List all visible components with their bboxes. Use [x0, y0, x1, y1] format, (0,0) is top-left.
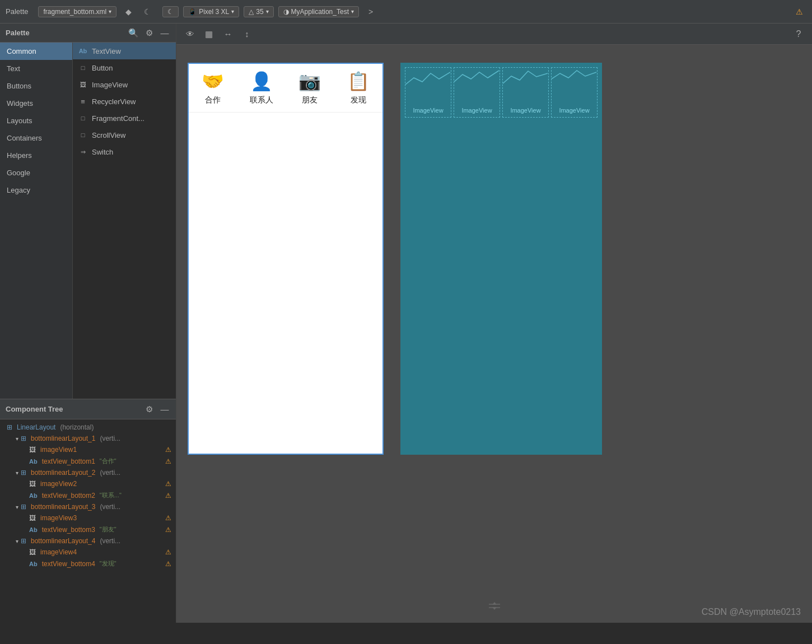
bottomlinear3-chevron: ▾: [16, 504, 18, 510]
widget-label-textview: TextView: [92, 47, 121, 55]
nav-item-pengyou[interactable]: 📷 朋友: [286, 64, 334, 112]
tree-imageview1[interactable]: 🖼 imageView1 ⚠: [0, 444, 176, 455]
device-chevron-icon: ▾: [231, 8, 234, 15]
file-chevron-icon: ▾: [109, 8, 111, 15]
widget-list: Ab TextView □ Button 🖼 ImageView ≡ Recyc…: [73, 43, 176, 399]
locale-icon[interactable]: ☾: [140, 4, 155, 19]
palette-title: Palette: [6, 29, 123, 37]
sidebar-item-text[interactable]: Text: [0, 60, 72, 77]
palette-panel: Palette 🔍 ⚙ — Common Text Buttons Widget…: [0, 24, 176, 623]
sidebar-item-legacy[interactable]: Legacy: [0, 181, 72, 199]
tree-bottomlinear4[interactable]: ▾ ⊞ bottomlinearLayout_4 (verti...: [0, 535, 176, 547]
tree-bottomlinear2[interactable]: ▾ ⊞ bottomlinearLayout_2 (verti...: [0, 467, 176, 478]
widget-item-imageview[interactable]: 🖼 ImageView: [73, 76, 176, 93]
tree-textview-bottom2[interactable]: Ab textView_bottom2 "联系..." ⚠: [0, 489, 176, 501]
tree-bottomlinear1[interactable]: ▾ ⊞ bottomlinearLayout_1 (verti...: [0, 433, 176, 444]
phone-mockup-container: 🤝 合作 👤 联系人 📷 朋友 📋 发现: [188, 63, 384, 455]
textview-bottom4-ab-icon: Ab: [29, 561, 38, 567]
tree-imageview2[interactable]: 🖼 imageView2 ⚠: [0, 478, 176, 489]
tree-linearlayout-root[interactable]: ⊞ LinearLayout (horizontal): [0, 422, 176, 433]
imageview2-icon: 🖼: [29, 480, 36, 488]
sidebar-item-buttons[interactable]: Buttons: [0, 77, 72, 95]
widget-label-fragmentcont: FragmentCont...: [92, 114, 144, 123]
component-tree-header: Component Tree ⚙ —: [0, 399, 176, 419]
tree-textview-bottom3[interactable]: Ab textView_bottom3 "朋友" ⚠: [0, 524, 176, 535]
teal-image-row: ImageView ImageView ImageView: [400, 63, 602, 122]
bottomlinear3-id: bottomlinearLayout_3: [31, 503, 95, 511]
eye-toolbar-icon[interactable]: 👁: [182, 26, 198, 42]
nav-lianxi-label: 联系人: [250, 95, 273, 105]
resize-handle[interactable]: [489, 602, 500, 612]
textview-bottom4-id: textView_bottom4: [42, 560, 95, 568]
svg-marker-2: [492, 602, 497, 605]
sidebar-item-containers[interactable]: Containers: [0, 129, 72, 147]
nav-faxian-icon: 📋: [347, 71, 370, 92]
sidebar-item-helpers[interactable]: Helpers: [0, 147, 72, 164]
sidebar-item-layouts[interactable]: Layouts: [0, 112, 72, 129]
tree-bottomlinear3[interactable]: ▾ ⊞ bottomlinearLayout_3 (verti...: [0, 501, 176, 512]
svg-marker-3: [492, 607, 497, 610]
warning-icon[interactable]: ⚠: [792, 4, 806, 19]
imageview4-icon: 🖼: [29, 548, 36, 556]
device-btn[interactable]: 📱 Pixel 3 XL ▾: [183, 6, 239, 17]
component-tree-minimize-icon[interactable]: —: [159, 404, 170, 414]
bottomlinear4-id: bottomlinearLayout_4: [31, 537, 95, 545]
help-toolbar-icon[interactable]: ?: [791, 26, 806, 42]
nav-item-hezuo[interactable]: 🤝 合作: [189, 64, 237, 112]
textview-bottom2-ab-icon: Ab: [29, 492, 38, 499]
widget-label-recyclerview: RecyclerView: [92, 97, 136, 106]
widget-item-textview[interactable]: Ab TextView: [73, 43, 176, 59]
textview-bottom2-id: textView_bottom2: [42, 492, 95, 500]
palette-search-icon[interactable]: 🔍: [128, 28, 139, 38]
teal-card-2-label: ImageView: [461, 107, 492, 114]
tree-imageview4[interactable]: 🖼 imageView4 ⚠: [0, 547, 176, 558]
linearlayout-type: LinearLayout: [17, 423, 55, 431]
widget-item-recyclerview[interactable]: ≡ RecyclerView: [73, 93, 176, 110]
app-theme-btn[interactable]: ◑ MyApplication_Test ▾: [278, 6, 359, 17]
widget-label-button: Button: [92, 64, 113, 72]
arrow-h-toolbar-icon[interactable]: ↔: [220, 26, 236, 42]
component-tree-settings-icon[interactable]: ⚙: [143, 404, 155, 414]
widget-item-fragmentcont[interactable]: □ FragmentCont...: [73, 110, 176, 127]
textview-bottom3-ab-icon: Ab: [29, 526, 38, 533]
more-options-icon[interactable]: >: [363, 4, 378, 19]
palette-split: Common Text Buttons Widgets Layouts Cont…: [0, 43, 176, 399]
api-icon: △: [249, 8, 254, 16]
nav-lianxi-icon: 👤: [250, 71, 273, 92]
textview-bottom3-value: "朋友": [100, 525, 116, 534]
file-name-btn[interactable]: fragment_bottom.xml ▾: [38, 6, 116, 17]
textview-bottom3-id: textView_bottom3: [42, 526, 95, 534]
widget-item-button[interactable]: □ Button: [73, 59, 176, 76]
nav-item-lianxi[interactable]: 👤 联系人: [237, 64, 286, 112]
palette-settings-icon[interactable]: ⚙: [143, 28, 155, 38]
tree-textview-bottom1[interactable]: Ab textView_bottom1 "合作" ⚠: [0, 455, 176, 467]
textview-bottom3-warning: ⚠: [165, 526, 171, 534]
app-chevron-icon: ▾: [351, 8, 354, 15]
textview-bottom2-warning: ⚠: [165, 492, 171, 500]
imageview4-id: imageView4: [40, 548, 77, 556]
bottomlinear2-icon: ⊞: [21, 469, 26, 477]
sidebar-item-widgets[interactable]: Widgets: [0, 95, 72, 112]
tree-textview-bottom4[interactable]: Ab textView_bottom4 "发现" ⚠: [0, 558, 176, 570]
imageview-icon: 🖼: [78, 80, 87, 89]
theme-half-icon: ◑: [283, 8, 289, 16]
api-btn[interactable]: △ 35 ▾: [244, 6, 273, 17]
grid-toolbar-icon[interactable]: ▦: [201, 26, 217, 42]
sidebar-item-common[interactable]: Common: [0, 43, 72, 60]
widget-item-switch[interactable]: ⇒ Switch: [73, 143, 176, 160]
sidebar-item-google[interactable]: Google: [0, 164, 72, 181]
app-name-label: MyApplication_Test: [291, 8, 349, 16]
teal-mockup-container: ImageView ImageView ImageView: [400, 63, 602, 455]
nav-item-faxian[interactable]: 📋 发现: [334, 64, 383, 112]
tree-imageview3[interactable]: 🖼 imageView3 ⚠: [0, 512, 176, 524]
palette-content-wrapper: Common Text Buttons Widgets Layouts Cont…: [0, 43, 176, 399]
nav-pengyou-label: 朋友: [302, 95, 318, 105]
arrow-v-toolbar-icon[interactable]: ↕: [239, 26, 255, 42]
theme-icon[interactable]: ◆: [121, 4, 136, 19]
night-mode-btn[interactable]: ☾: [162, 6, 179, 17]
tree-content: ⊞ LinearLayout (horizontal) ▾ ⊞ bottomli…: [0, 419, 176, 623]
palette-minimize-icon[interactable]: —: [159, 28, 170, 38]
api-chevron-icon: ▾: [266, 8, 269, 15]
bottomlinear1-icon: ⊞: [21, 435, 26, 442]
widget-item-scrollview[interactable]: □ ScrollView: [73, 127, 176, 143]
